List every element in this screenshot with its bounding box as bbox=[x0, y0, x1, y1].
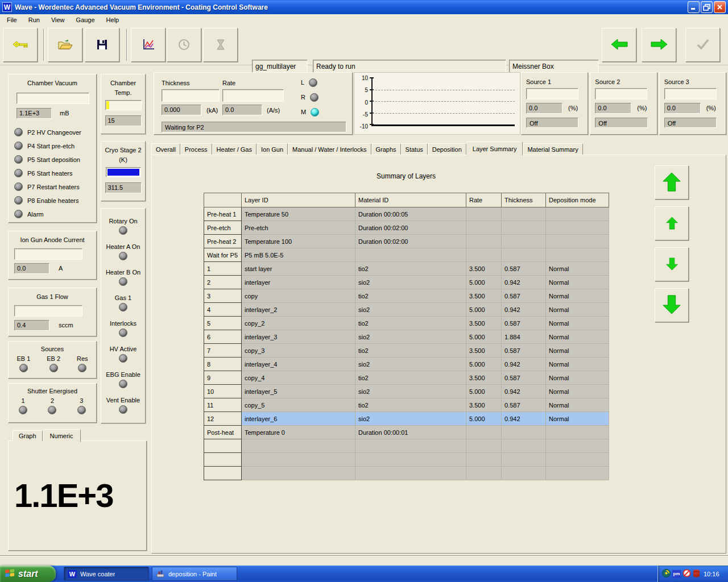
save-button[interactable] bbox=[85, 28, 119, 62]
table-row[interactable]: Pre-heat 2Temperature 100Duration 00:02:… bbox=[204, 235, 609, 248]
start-button[interactable]: start bbox=[0, 566, 56, 582]
arrow-left-icon bbox=[610, 37, 629, 53]
menu-bar: FileRunViewGaugeHelp bbox=[0, 14, 728, 26]
tab-manual-water-interlocks[interactable]: Manual / Water / Interlocks bbox=[288, 143, 371, 155]
table-row[interactable]: 10interlayer_5sio25.0000.942Normal bbox=[204, 385, 609, 398]
tab-process[interactable]: Process bbox=[180, 143, 212, 155]
monitor-led-icon bbox=[311, 108, 319, 117]
tab-layer-summary[interactable]: Layer Summary bbox=[466, 142, 523, 156]
row-label-cell: 12 bbox=[204, 412, 242, 426]
key-button[interactable] bbox=[3, 28, 38, 62]
open-button[interactable] bbox=[48, 28, 82, 62]
menu-gauge[interactable]: Gauge bbox=[71, 15, 101, 25]
monitor-led-label: L bbox=[301, 79, 304, 86]
tab-graphs[interactable]: Graphs bbox=[371, 143, 401, 155]
table-cell: tio2 bbox=[355, 371, 466, 385]
table-cell bbox=[502, 207, 546, 221]
status-led-icon bbox=[48, 406, 56, 414]
table-row[interactable]: Pre-etchPre-etchDuration 00:02:00 bbox=[204, 221, 609, 235]
move-bottom-button[interactable] bbox=[655, 288, 689, 322]
column-header: Layer ID bbox=[242, 193, 355, 207]
open-folder-icon bbox=[57, 39, 73, 51]
minimize-button[interactable] bbox=[688, 1, 700, 13]
application-window: W Wave - Wordentec Advanced Vacuum Envir… bbox=[0, 0, 728, 582]
table-row[interactable]: 1start layertio23.5000.587Normal bbox=[204, 262, 609, 276]
shutter-title: Shutter Energised bbox=[9, 384, 96, 396]
move-down-button[interactable] bbox=[655, 247, 689, 281]
table-row[interactable]: 7copy_3tio23.5000.587Normal bbox=[204, 344, 609, 357]
confirm-button[interactable] bbox=[685, 28, 720, 62]
taskbar-task-2[interactable]: deposition - Paint bbox=[152, 567, 237, 581]
menu-view[interactable]: View bbox=[46, 15, 71, 25]
clock-button[interactable] bbox=[167, 28, 201, 62]
table-row[interactable]: 5copy_2tio23.5000.587Normal bbox=[204, 317, 609, 330]
move-up-button[interactable] bbox=[655, 206, 689, 240]
source-value: 0.0 bbox=[526, 103, 562, 114]
indicator-label: P4 Start pre-etch bbox=[27, 143, 75, 149]
taskbar-task-1[interactable]: WWave coater bbox=[64, 567, 149, 581]
database-icon[interactable] bbox=[693, 569, 700, 579]
chamber-temp-bar bbox=[105, 100, 142, 110]
row-label-cell: 5 bbox=[204, 317, 242, 330]
display-tab-numeric[interactable]: Numeric bbox=[43, 429, 81, 442]
table-cell: Normal bbox=[546, 385, 609, 398]
restore-button[interactable] bbox=[701, 1, 713, 13]
tab-material-summary[interactable]: Material Summary bbox=[523, 143, 582, 155]
axis-tick-label: 10 bbox=[354, 75, 368, 81]
arrow-right-icon bbox=[650, 37, 669, 53]
table-row[interactable]: Post-heatTemperature 0Duration 00:00:01 bbox=[204, 426, 609, 439]
menu-file[interactable]: File bbox=[1, 15, 23, 25]
table-cell: 0.942 bbox=[502, 412, 546, 426]
close-button[interactable] bbox=[714, 1, 726, 13]
next-button[interactable] bbox=[642, 28, 676, 62]
led-item-hv-active: HV Active bbox=[101, 346, 145, 363]
table-row[interactable]: 2interlayersio25.0000.942Normal bbox=[204, 276, 609, 289]
source-eb-1: EB 1 bbox=[16, 355, 30, 372]
table-row[interactable]: 9copy_4tio23.5000.587Normal bbox=[204, 371, 609, 385]
rate-label: Rate bbox=[222, 80, 235, 86]
table-cell bbox=[355, 439, 466, 453]
table-row[interactable] bbox=[204, 439, 609, 453]
column-header bbox=[204, 193, 242, 207]
axis-tick bbox=[370, 77, 374, 78]
table-cell: Normal bbox=[546, 289, 609, 303]
display-tab-graph[interactable]: Graph bbox=[13, 430, 43, 442]
status-led-icon bbox=[14, 210, 23, 218]
menu-help[interactable]: Help bbox=[101, 15, 125, 25]
previous-button[interactable] bbox=[602, 28, 636, 62]
table-row[interactable]: Pre-heat 1Temperature 50Duration 00:00:0… bbox=[204, 207, 609, 221]
table-row[interactable]: 4interlayer_2sio25.0000.942Normal bbox=[204, 303, 609, 317]
tab-status[interactable]: Status bbox=[401, 143, 428, 155]
tab-ion-gun[interactable]: Ion Gun bbox=[257, 143, 288, 155]
hourglass-button[interactable] bbox=[203, 28, 238, 62]
table-cell: 5.000 bbox=[466, 412, 502, 426]
table-row[interactable]: 3copytio23.5000.587Normal bbox=[204, 289, 609, 303]
row-label-cell: Pre-etch bbox=[204, 221, 242, 235]
led-item-ebg-enable: EBG Enable bbox=[101, 371, 145, 388]
tab-deposition[interactable]: Deposition bbox=[428, 143, 466, 155]
globe-clock-icon[interactable] bbox=[662, 569, 671, 579]
table-row[interactable]: Wait for P5P5 mB 5.0E-5 bbox=[204, 248, 609, 262]
move-top-button[interactable] bbox=[655, 165, 689, 199]
shutter-label: 3 bbox=[80, 397, 83, 404]
indicator-label: Alarm bbox=[27, 211, 44, 218]
table-cell: 0.587 bbox=[502, 398, 546, 412]
tab-overall[interactable]: Overall bbox=[151, 143, 180, 155]
tab-heater-gas[interactable]: Heater / Gas bbox=[212, 143, 257, 155]
row-label-cell: Pre-heat 2 bbox=[204, 235, 242, 248]
ion-gun-unit: A bbox=[59, 265, 63, 272]
menu-run[interactable]: Run bbox=[23, 15, 46, 25]
table-row[interactable] bbox=[204, 453, 609, 467]
process-status-bar: Waiting for P2 bbox=[162, 122, 346, 132]
table-row[interactable] bbox=[204, 467, 609, 480]
chart-button[interactable] bbox=[131, 28, 166, 62]
pm-icon[interactable]: pm bbox=[672, 570, 681, 578]
blocked-icon[interactable] bbox=[682, 569, 691, 579]
table-cell: 3.500 bbox=[466, 344, 502, 357]
table-row[interactable]: 8interlayer_4sio25.0000.942Normal bbox=[204, 357, 609, 371]
wave-logo-icon: W bbox=[68, 570, 77, 578]
chamber-vacuum-title: Chamber Vacuum bbox=[9, 74, 96, 88]
table-row[interactable]: 12interlayer_6sio25.0000.942Normal bbox=[204, 412, 609, 426]
table-row[interactable]: 11copy_5tio23.5000.587Normal bbox=[204, 398, 609, 412]
table-row[interactable]: 6interlayer_3sio25.0001.884Normal bbox=[204, 330, 609, 344]
